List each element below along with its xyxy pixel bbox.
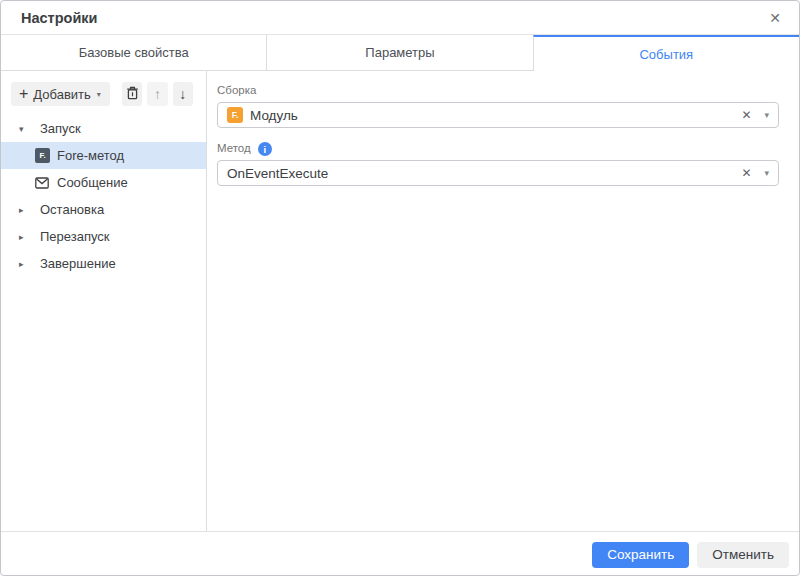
tree-item-finish[interactable]: ▸ Завершение <box>1 250 206 277</box>
move-up-button[interactable]: ↑ <box>147 82 167 106</box>
fore-method-icon-glyph: F. <box>39 151 45 160</box>
events-panel: + Добавить ▾ ↑ <box>1 71 207 531</box>
message-icon <box>35 176 50 189</box>
module-icon-glyph: F. <box>232 110 239 120</box>
tree-item-label: Перезапуск <box>40 229 110 244</box>
tab-events[interactable]: События <box>533 35 799 71</box>
add-button-label: Добавить <box>33 87 90 102</box>
trash-icon <box>126 86 139 103</box>
chevron-down-icon: ▾ <box>97 90 101 99</box>
assembly-value: Модуль <box>250 108 738 123</box>
dropdown-caret-icon[interactable]: ▾ <box>764 111 769 120</box>
expander-collapsed-icon[interactable]: ▸ <box>19 205 33 215</box>
expander-collapsed-icon[interactable]: ▸ <box>19 259 33 269</box>
add-button[interactable]: + Добавить ▾ <box>11 82 110 106</box>
delete-button[interactable] <box>122 82 142 106</box>
tree-item-label: Остановка <box>40 202 104 217</box>
tree-item-message[interactable]: Сообщение <box>1 169 206 196</box>
tree-item-label: Запуск <box>40 121 81 136</box>
tree-item-label: Сообщение <box>57 175 128 190</box>
arrow-up-icon: ↑ <box>154 87 161 101</box>
tree-item-label: Завершение <box>40 256 116 271</box>
method-combobox[interactable]: OnEventExecute ✕ ▾ <box>217 160 779 186</box>
method-label-row: Метод i <box>217 142 779 156</box>
expander-expanded-icon[interactable]: ▾ <box>19 124 33 134</box>
tree-item-launch[interactable]: ▾ Запуск <box>1 115 206 142</box>
move-down-button[interactable]: ↓ <box>173 82 193 106</box>
tab-parameters[interactable]: Параметры <box>266 35 532 71</box>
tab-basic-properties[interactable]: Базовые свойства <box>1 35 266 71</box>
dialog-title: Настройки <box>21 10 98 26</box>
tree-toolbar: + Добавить ▾ ↑ <box>11 82 198 106</box>
dialog-header: Настройки ✕ <box>1 1 799 35</box>
clear-icon[interactable]: ✕ <box>738 109 754 121</box>
tree-item-label: Fore-метод <box>57 148 124 163</box>
assembly-label-row: Сборка <box>217 84 779 98</box>
expander-collapsed-icon[interactable]: ▸ <box>19 232 33 242</box>
dialog-body: + Добавить ▾ ↑ <box>1 71 799 531</box>
tab-bar: Базовые свойства Параметры События <box>1 35 799 71</box>
arrow-down-icon: ↓ <box>179 87 186 101</box>
close-icon[interactable]: ✕ <box>769 11 781 25</box>
assembly-combobox[interactable]: F. Модуль ✕ ▾ <box>217 102 779 128</box>
events-tree: ▾ Запуск F. Fore-метод <box>1 115 206 277</box>
cancel-button[interactable]: Отменить <box>697 542 789 568</box>
save-button[interactable]: Сохранить <box>592 542 689 568</box>
method-label: Метод <box>217 143 251 155</box>
dropdown-caret-icon[interactable]: ▾ <box>764 169 769 178</box>
tree-item-restart[interactable]: ▸ Перезапуск <box>1 223 206 250</box>
assembly-label: Сборка <box>217 85 256 97</box>
tree-item-stop[interactable]: ▸ Остановка <box>1 196 206 223</box>
clear-icon[interactable]: ✕ <box>738 167 754 179</box>
tree-item-fore-method[interactable]: F. Fore-метод <box>1 142 206 169</box>
fore-method-icon: F. <box>35 148 50 163</box>
info-icon: i <box>258 142 272 156</box>
method-value: OnEventExecute <box>227 166 738 181</box>
plus-icon: + <box>19 86 28 102</box>
dialog-footer: Сохранить Отменить <box>1 531 799 576</box>
settings-dialog: Настройки ✕ Базовые свойства Параметры С… <box>0 0 800 576</box>
module-icon: F. <box>227 107 243 123</box>
event-form: Сборка F. Модуль ✕ ▾ Метод i OnEventExec… <box>207 71 799 531</box>
